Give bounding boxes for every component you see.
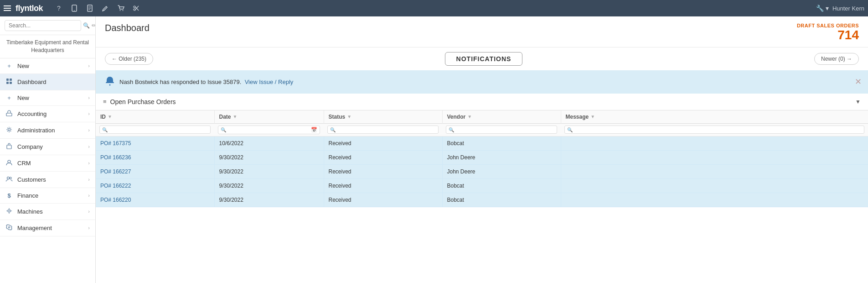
search-input[interactable]	[5, 20, 81, 31]
th-id[interactable]: ID ▼	[96, 110, 214, 124]
document-icon[interactable]	[83, 1, 97, 15]
sidebar: 🔍 ✏ Timberlake Equipment and Rental Head…	[0, 16, 96, 283]
main-content: Dashboard DRAFT SALES ORDERS 714 ← Older…	[96, 16, 868, 283]
older-button[interactable]: ← Older (235)	[105, 53, 153, 65]
menu-icon: ≡	[103, 98, 107, 105]
mobile-icon[interactable]	[67, 1, 81, 15]
wrench-icon[interactable]: 🔧 ▾	[816, 5, 829, 12]
sidebar-item-administration[interactable]: Administration ›	[0, 122, 95, 139]
company-icon	[5, 143, 13, 151]
plus-icon: +	[5, 63, 13, 69]
main-header: Dashboard DRAFT SALES ORDERS 714	[96, 16, 868, 47]
newer-button[interactable]: Newer (0) →	[814, 53, 859, 65]
filter-icon[interactable]: ▼	[590, 114, 595, 119]
search-edit-icon[interactable]: ✏	[92, 22, 96, 29]
svg-point-6	[119, 10, 120, 11]
cell-id: PO# 166220	[96, 193, 214, 207]
svg-point-20	[7, 177, 10, 179]
po-id-link[interactable]: PO# 166222	[100, 183, 131, 189]
sidebar-item-dashboard[interactable]: Dashboard	[0, 74, 95, 90]
cell-id: PO# 166222	[96, 178, 214, 193]
search-icon[interactable]: 🔍	[83, 22, 90, 29]
cell-vendor: Bobcat	[442, 136, 561, 150]
search-icon: 🔍	[567, 127, 573, 132]
svg-rect-12	[6, 79, 9, 81]
chevron-right-icon: ›	[88, 225, 90, 231]
filter-vendor-input[interactable]	[454, 127, 554, 132]
sidebar-item-finance[interactable]: $ Finance ›	[0, 188, 95, 204]
help-icon[interactable]: ?	[52, 1, 66, 15]
svg-rect-18	[7, 145, 11, 149]
user-name[interactable]: Hunter Kern	[832, 5, 864, 12]
filter-icon[interactable]: ▼	[233, 114, 238, 119]
cell-message	[561, 178, 868, 193]
sidebar-item-label: New	[17, 94, 88, 101]
filter-status-input[interactable]	[336, 127, 436, 132]
svg-rect-13	[10, 79, 12, 81]
svg-rect-14	[6, 82, 9, 84]
nav-icons: ?	[52, 1, 143, 15]
view-issue-link[interactable]: View Issue / Reply	[245, 79, 294, 85]
sidebar-item-machines[interactable]: Machines ›	[0, 204, 95, 220]
sidebar-item-label: Company	[17, 143, 88, 150]
svg-point-23	[9, 210, 10, 211]
accounting-icon	[5, 110, 13, 118]
purchase-orders-table: ID ▼ Date ▼ Status	[96, 110, 868, 207]
sidebar-item-label: Dashboard	[17, 79, 90, 85]
topnav-right: 🔧 ▾ Hunter Kern	[816, 5, 864, 12]
notification-banner: Nash Bostwick has responded to Issue 358…	[96, 70, 868, 94]
chevron-right-icon: ›	[88, 177, 90, 182]
draft-orders-widget: DRAFT SALES ORDERS 714	[797, 23, 859, 42]
table-row: PO# 166222 9/30/2022 Received Bobcat	[96, 178, 868, 193]
svg-point-1	[74, 10, 75, 11]
sidebar-item-accounting[interactable]: Accounting ›	[0, 106, 95, 122]
filter-icon[interactable]: ▼	[347, 114, 351, 119]
sidebar-item-management[interactable]: Management ›	[0, 220, 95, 236]
sidebar-item-label: Administration	[17, 127, 88, 134]
filter-icon[interactable]: ▼	[467, 114, 472, 119]
scissors-icon[interactable]	[129, 1, 143, 15]
po-id-link[interactable]: PO# 166227	[100, 168, 131, 175]
th-date[interactable]: Date ▼	[214, 110, 324, 124]
filter-message-input[interactable]	[573, 127, 862, 132]
search-icon: 🔍	[449, 127, 454, 132]
sidebar-search-area: 🔍 ✏	[0, 16, 95, 35]
th-message[interactable]: Message ▼	[561, 110, 868, 124]
chevron-right-icon: ›	[88, 209, 90, 214]
dashboard-icon	[5, 78, 13, 86]
sidebar-item-label: Accounting	[17, 110, 88, 117]
cart-icon[interactable]	[114, 1, 128, 15]
sidebar-item-new-top[interactable]: + New ›	[0, 58, 95, 74]
sidebar-item-customers[interactable]: Customers ›	[0, 172, 95, 188]
search-icon: 🔍	[330, 127, 336, 132]
th-status[interactable]: Status ▼	[324, 110, 442, 124]
sidebar-item-label: CRM	[17, 160, 88, 167]
draft-orders-count[interactable]: 714	[797, 28, 859, 42]
th-vendor[interactable]: Vendor ▼	[442, 110, 561, 124]
sidebar-item-new[interactable]: + New ›	[0, 90, 95, 106]
sidebar-item-company[interactable]: Company ›	[0, 139, 95, 155]
logo-text: flyntlok	[16, 4, 43, 13]
filter-id-input[interactable]	[108, 127, 208, 132]
filter-icon[interactable]: ▼	[108, 114, 112, 119]
calendar-icon[interactable]: 📅	[311, 127, 317, 133]
hamburger-icon[interactable]	[4, 5, 11, 11]
table-row: PO# 166220 9/30/2022 Received Bobcat	[96, 193, 868, 207]
close-icon[interactable]: ✕	[855, 77, 862, 87]
filter-message: 🔍	[564, 126, 864, 134]
cell-date: 9/30/2022	[214, 164, 324, 178]
logo[interactable]: flyntlok	[4, 4, 43, 13]
cell-vendor: John Deere	[442, 150, 561, 164]
po-id-link[interactable]: PO# 166236	[100, 154, 131, 161]
po-id-link[interactable]: PO# 166220	[100, 197, 131, 203]
po-id-link[interactable]: PO# 167375	[100, 140, 131, 147]
edit-icon[interactable]	[98, 1, 112, 15]
svg-point-19	[8, 160, 10, 163]
customers-icon	[5, 176, 13, 183]
po-section-title: Open Purchase Orders	[110, 98, 176, 105]
filter-date-input[interactable]	[226, 127, 311, 132]
sidebar-item-crm[interactable]: CRM ›	[0, 155, 95, 172]
chevron-down-icon[interactable]: ▼	[855, 99, 861, 105]
cell-status: Received	[324, 164, 442, 178]
svg-point-17	[8, 128, 10, 131]
